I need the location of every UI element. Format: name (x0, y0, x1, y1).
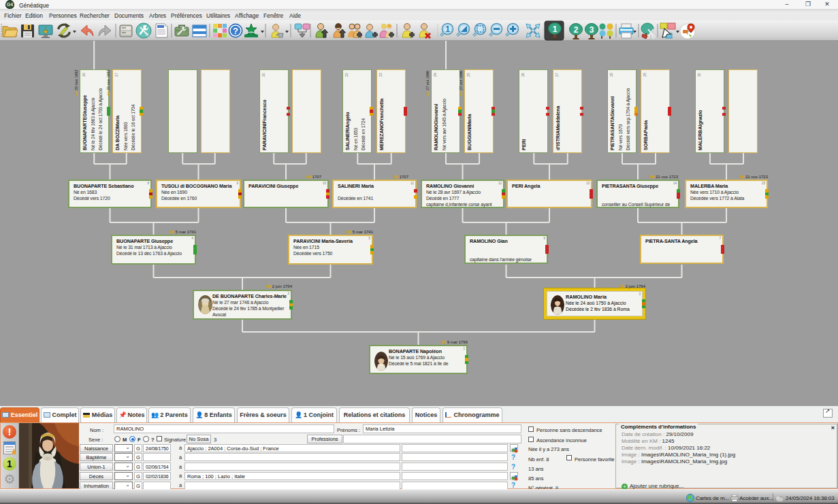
svg-text:1: 1 (445, 24, 450, 34)
svg-text:?: ? (233, 26, 238, 36)
svg-text:3: 3 (590, 25, 594, 35)
svg-text:1: 1 (553, 24, 558, 34)
svg-text:2: 2 (574, 25, 579, 35)
